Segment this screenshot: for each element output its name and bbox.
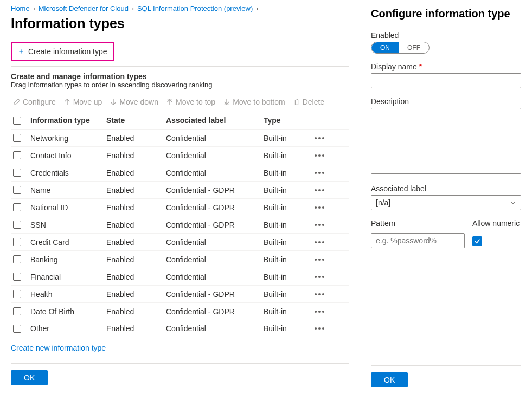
table-header: Information type State Associated label …	[11, 112, 349, 129]
row-checkbox[interactable]	[13, 134, 21, 142]
row-type: Built-in	[264, 186, 309, 195]
table-row[interactable]: SSNEnabledConfidential - GDPRBuilt-in•••	[11, 216, 349, 233]
row-state: Enabled	[106, 169, 166, 177]
plus-icon: ＋	[17, 47, 25, 56]
blade-title: Configure information type	[371, 8, 521, 20]
row-state: Enabled	[106, 290, 166, 299]
row-label: Confidential - GDPR	[166, 186, 264, 195]
associated-label-value: [n/a]	[376, 198, 390, 207]
row-checkbox[interactable]	[13, 203, 21, 211]
row-actions-icon[interactable]: •••	[309, 238, 331, 247]
description-input[interactable]	[371, 108, 521, 174]
toggle-on[interactable]: ON	[371, 42, 399, 53]
move-down-button[interactable]: Move down	[110, 98, 158, 106]
configure-blade: Configure information type Enabled ON OF…	[360, 0, 532, 394]
row-actions-icon[interactable]: •••	[309, 203, 331, 212]
enabled-label: Enabled	[371, 31, 521, 40]
move-to-bottom-button[interactable]: Move to bottom	[223, 98, 285, 106]
move-to-top-button[interactable]: Move to top	[166, 98, 215, 106]
display-name-label: Display name *	[371, 62, 521, 71]
row-actions-icon[interactable]: •••	[309, 324, 331, 333]
row-checkbox[interactable]	[13, 151, 21, 159]
row-actions-icon[interactable]: •••	[309, 221, 331, 229]
row-name: Name	[30, 186, 106, 195]
chevron-right-icon: ›	[256, 5, 258, 12]
required-indicator: *	[419, 62, 422, 71]
display-name-input[interactable]	[371, 73, 521, 88]
blade-ok-button[interactable]: OK	[371, 372, 408, 387]
row-type: Built-in	[264, 221, 309, 229]
table-row[interactable]: Contact InfoEnabledConfidentialBuilt-in•…	[11, 146, 349, 164]
row-state: Enabled	[106, 324, 166, 333]
table-row[interactable]: Credit CardEnabledConfidentialBuilt-in••…	[11, 233, 349, 250]
row-actions-icon[interactable]: •••	[309, 307, 331, 316]
row-name: Financial	[30, 273, 106, 281]
row-type: Built-in	[264, 238, 309, 247]
row-actions-icon[interactable]: •••	[309, 255, 331, 264]
main-panel: Home › Microsoft Defender for Cloud › SQ…	[0, 0, 360, 394]
row-checkbox[interactable]	[13, 169, 21, 177]
select-all-checkbox[interactable]	[13, 117, 21, 125]
row-label: Confidential	[166, 134, 264, 143]
table-row[interactable]: CredentialsEnabledConfidentialBuilt-in••…	[11, 164, 349, 181]
row-checkbox[interactable]	[13, 290, 21, 298]
row-checkbox[interactable]	[13, 221, 21, 229]
row-checkbox[interactable]	[13, 307, 21, 315]
create-button-label: Create information type	[28, 47, 107, 56]
breadcrumb-sqlip[interactable]: SQL Information Protection (preview)	[137, 4, 253, 12]
table-row[interactable]: National IDEnabledConfidential - GDPRBui…	[11, 198, 349, 216]
table-row[interactable]: NameEnabledConfidential - GDPRBuilt-in••…	[11, 181, 349, 198]
pattern-input[interactable]	[371, 233, 465, 248]
row-checkbox[interactable]	[13, 325, 21, 333]
row-actions-icon[interactable]: •••	[309, 186, 331, 195]
move-up-button[interactable]: Move up	[63, 98, 102, 106]
row-state: Enabled	[106, 273, 166, 281]
ok-button[interactable]: OK	[11, 370, 48, 385]
row-name: Banking	[30, 255, 106, 264]
row-actions-icon[interactable]: •••	[309, 273, 331, 281]
row-actions-icon[interactable]: •••	[309, 134, 331, 143]
breadcrumb-defender[interactable]: Microsoft Defender for Cloud	[39, 4, 129, 12]
associated-label-select[interactable]: [n/a]	[371, 195, 521, 210]
breadcrumb-home[interactable]: Home	[11, 4, 30, 12]
row-state: Enabled	[106, 203, 166, 212]
table-row[interactable]: Date Of BirthEnabledConfidential - GDPRB…	[11, 302, 349, 320]
col-label[interactable]: Associated label	[166, 116, 264, 125]
page-title: Information types	[11, 16, 349, 31]
arrow-down-icon	[110, 98, 117, 106]
create-new-info-type-link[interactable]: Create new information type	[11, 344, 106, 352]
allow-numeric-checkbox[interactable]	[472, 236, 482, 246]
info-types-table: Information type State Associated label …	[11, 112, 349, 337]
col-state[interactable]: State	[106, 116, 166, 125]
row-state: Enabled	[106, 307, 166, 316]
create-information-type-button[interactable]: ＋ Create information type	[11, 42, 114, 61]
configure-button[interactable]: Configure	[13, 98, 56, 106]
blade-bottom-bar: OK	[371, 365, 521, 394]
row-checkbox[interactable]	[13, 238, 21, 246]
row-checkbox[interactable]	[13, 186, 21, 194]
arrow-bottom-icon	[223, 98, 230, 106]
enabled-toggle[interactable]: ON OFF	[371, 42, 430, 54]
table-row[interactable]: BankingEnabledConfidentialBuilt-in•••	[11, 250, 349, 268]
table-row[interactable]: NetworkingEnabledConfidentialBuilt-in•••	[11, 129, 349, 146]
col-type[interactable]: Type	[264, 116, 309, 125]
toggle-off[interactable]: OFF	[399, 42, 429, 53]
row-name: Networking	[30, 134, 106, 143]
bottom-bar: OK	[11, 363, 349, 390]
check-icon	[473, 237, 481, 245]
row-checkbox[interactable]	[13, 255, 21, 263]
table-row[interactable]: OtherEnabledConfidentialBuilt-in•••	[11, 320, 349, 337]
row-name: Credentials	[30, 169, 106, 177]
row-name: Other	[30, 324, 106, 333]
row-checkbox[interactable]	[13, 273, 21, 281]
row-actions-icon[interactable]: •••	[309, 169, 331, 177]
delete-button[interactable]: Delete	[293, 98, 324, 106]
row-actions-icon[interactable]: •••	[309, 151, 331, 160]
row-state: Enabled	[106, 221, 166, 229]
row-type: Built-in	[264, 290, 309, 299]
row-type: Built-in	[264, 307, 309, 316]
row-actions-icon[interactable]: •••	[309, 290, 331, 299]
col-name[interactable]: Information type	[30, 116, 106, 125]
table-row[interactable]: HealthEnabledConfidential - GDPRBuilt-in…	[11, 285, 349, 302]
table-row[interactable]: FinancialEnabledConfidentialBuilt-in•••	[11, 268, 349, 285]
